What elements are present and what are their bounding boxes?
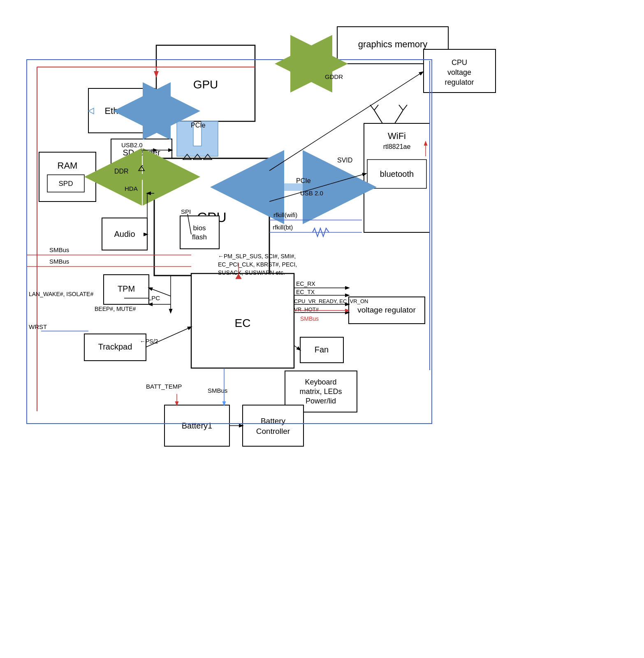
rfkill-bt-label: rfkill(bt) — [273, 224, 293, 231]
spd-label: SPD — [59, 180, 73, 188]
smbus-label1: SMBus — [49, 246, 69, 253]
sd-reader-label: SD reader — [123, 148, 160, 157]
hda-label: HDA — [125, 185, 138, 192]
audio-label: Audio — [114, 229, 135, 239]
ec-tx-label: EC_TX — [296, 289, 315, 295]
gpu-label: GPU — [193, 78, 218, 91]
rfkill-wifi-label: rfkill(wifi) — [273, 211, 297, 218]
lpc-label: LPC — [148, 294, 160, 301]
smbus-batt-label: SMBus — [208, 387, 227, 394]
ram-label: RAM — [58, 160, 78, 171]
bluetooth-label: bluetooth — [380, 169, 414, 178]
beep-label: BEEP#, MUTE# — [95, 306, 136, 312]
ec-rx-label: EC_RX — [296, 280, 315, 287]
spi-label: SPI — [181, 208, 191, 215]
wrst-label: WRST — [29, 323, 47, 330]
ddr-label: DDR — [114, 168, 129, 175]
susack-label: SUSACK, SUSWARN etc. — [218, 269, 285, 276]
smbus-label2: SMBus — [49, 258, 69, 265]
ec-pci-label: EC_PCI_CLK, KBRST#, PECI, — [218, 261, 297, 268]
battery1-label: Battery1 — [182, 421, 212, 430]
keyboard-label3: Power/lid — [306, 397, 336, 405]
bios-label2: flash — [192, 233, 207, 241]
cpu-vr-label2: voltage — [447, 68, 471, 76]
gddr-label: GDDR — [325, 73, 343, 80]
keyboard-label2: matrix, LEDs — [299, 387, 342, 396]
vr-hot-label: VR_HOT# — [294, 306, 319, 313]
trackpad-label: Trackpad — [98, 342, 132, 351]
batt-temp-label: BATT_TEMP — [146, 383, 182, 390]
ec-label: EC — [235, 317, 251, 329]
bios-label1: bios — [193, 224, 206, 232]
cpu-vr-label3: regulator — [445, 78, 474, 86]
fan-label: Fan — [315, 345, 329, 354]
lan-wake-label: LAN_WAKE#, ISOLATE# — [29, 291, 93, 297]
battery-ctrl-label2: Controller — [256, 427, 290, 436]
pm-slp-label: ←PM_SLP_SUS, SCI#, SMI#, — [218, 253, 296, 259]
cpu-vr-ready-label: CPU_VR_READY, EC_VR_ON — [294, 298, 368, 304]
cpu-vr-label1: CPU — [452, 58, 467, 67]
keyboard-label1: Keyboard — [305, 378, 336, 386]
svg-rect-20 — [243, 405, 303, 446]
pcie-label-2: PCIe — [191, 122, 206, 129]
graphics-memory-label: graphics memory — [358, 39, 428, 49]
svg-rect-12 — [180, 216, 219, 249]
pcie-wifi-label: PCIe — [296, 177, 311, 184]
usb2-bt-label: USB 2.0 — [300, 190, 323, 197]
wifi-label: WiFi — [388, 131, 406, 141]
tpm-label: TPM — [118, 284, 135, 293]
diagram-container: graphics memory GPU CPU voltage regulato… — [0, 0, 644, 658]
ps2-label: ←PS/2 — [140, 338, 158, 345]
usb20-label: USB2.0 — [121, 141, 143, 148]
svid-label: SVID — [337, 157, 352, 164]
wifi-chip-label: rtl8821ae — [383, 143, 411, 150]
voltage-reg-label: voltage regulator — [357, 306, 416, 314]
smbus-vr-label: SMBus — [300, 315, 319, 322]
